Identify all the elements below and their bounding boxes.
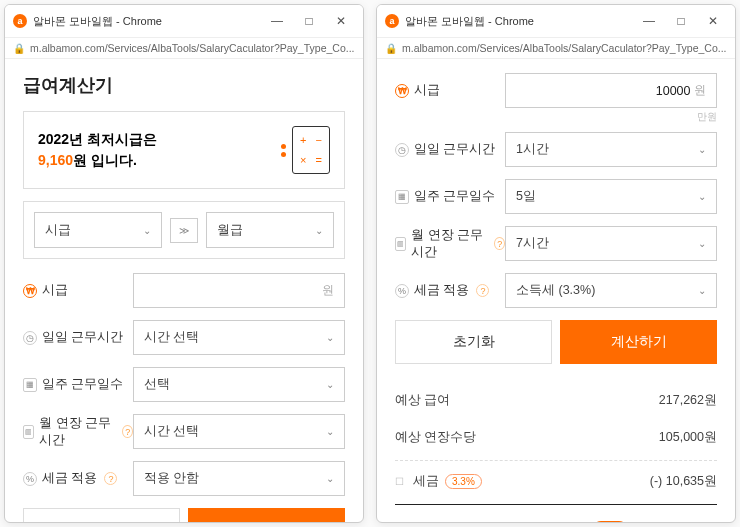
calculate-button[interactable]: 계산하기 — [560, 320, 717, 364]
won-icon: ₩ — [395, 84, 409, 98]
content-right: ₩ 시급 10000 원 만원 ◷ 일일 근무시간 1시간 ⌄ — [377, 59, 735, 522]
final-pay-type-badge: 월급 — [592, 521, 628, 523]
hourly-wage-input[interactable]: 원 — [133, 273, 345, 308]
daily-hours-label: ◷ 일일 근무시간 — [395, 141, 505, 158]
favicon-icon: a — [13, 14, 27, 28]
weekly-days-label: ▦ 일주 근무일수 — [395, 188, 505, 205]
tax-select[interactable]: 적용 안함 ⌄ — [133, 461, 345, 496]
window-left: a 알바몬 모바일웹 - Chrome — □ ✕ 🔒 m.albamon.co… — [4, 4, 364, 523]
tax-label: % 세금 적용 ? — [395, 282, 505, 299]
chevron-down-icon: ⌄ — [698, 144, 706, 155]
url-bar[interactable]: 🔒 m.albamon.com/Services/AlbaTools/Salar… — [5, 38, 363, 59]
page-title: 급여계산기 — [23, 73, 345, 97]
tax-label: % 세금 적용 ? — [23, 470, 133, 487]
close-button[interactable]: ✕ — [327, 11, 355, 31]
content-left: 급여계산기 2022년 최저시급은 9,160원 입니다. +−×= 시급 ⌄ … — [5, 59, 363, 522]
pay-type-from-select[interactable]: 시급 ⌄ — [34, 212, 162, 248]
weekly-days-select[interactable]: 선택 ⌄ — [133, 367, 345, 402]
chevron-down-icon: ⌄ — [326, 379, 334, 390]
won-icon: ₩ — [23, 284, 37, 298]
daily-hours-select[interactable]: 시간 선택 ⌄ — [133, 320, 345, 355]
reset-button[interactable]: 초기화 — [23, 508, 180, 522]
window-title: 알바몬 모바일웹 - Chrome — [33, 14, 263, 29]
titlebar: a 알바몬 모바일웹 - Chrome — □ ✕ — [377, 5, 735, 38]
chevron-down-icon: ⌄ — [326, 426, 334, 437]
overtime-icon: ▥ — [23, 425, 34, 439]
url-text: m.albamon.com/Services/AlbaTools/SalaryC… — [30, 42, 355, 54]
chevron-down-icon: ⌄ — [326, 473, 334, 484]
close-button[interactable]: ✕ — [699, 11, 727, 31]
maximize-button[interactable]: □ — [295, 11, 323, 31]
monthly-ot-label: ▥ 월 연장 근무시간 ? — [23, 415, 133, 449]
lock-icon: 🔒 — [13, 43, 25, 54]
chevron-down-icon: ⌄ — [315, 225, 323, 236]
pay-type-to-select[interactable]: 월급 ⌄ — [206, 212, 334, 248]
help-icon[interactable]: ? — [104, 472, 117, 485]
monthly-ot-select[interactable]: 시간 선택 ⌄ — [133, 414, 345, 449]
daily-hours-select[interactable]: 1시간 ⌄ — [505, 132, 717, 167]
results-panel: 예상 급여 217,262원 예상 연장수당 105,000원 ☐ 세금 3.3… — [395, 382, 717, 522]
chevron-down-icon: ⌄ — [698, 238, 706, 249]
help-icon[interactable]: ? — [122, 425, 133, 438]
tax-select[interactable]: 소득세 (3.3%) ⌄ — [505, 273, 717, 308]
min-wage-banner: 2022년 최저시급은 9,160원 입니다. +−×= — [23, 111, 345, 189]
salary-form: ₩ 시급 10000 원 만원 ◷ 일일 근무시간 1시간 ⌄ — [395, 73, 717, 308]
favicon-icon: a — [385, 14, 399, 28]
weekly-days-select[interactable]: 5일 ⌄ — [505, 179, 717, 214]
lock-icon: 🔒 — [385, 43, 397, 54]
calculator-icon: +−×= — [281, 126, 330, 174]
chevron-down-icon: ⌄ — [698, 285, 706, 296]
hourly-wage-label: ₩ 시급 — [23, 282, 133, 299]
calendar-icon: ▦ — [23, 378, 37, 392]
minimize-button[interactable]: — — [635, 11, 663, 31]
banner-text: 2022년 최저시급은 9,160원 입니다. — [38, 129, 157, 171]
salary-form: ₩ 시급 원 ◷ 일일 근무시간 시간 선택 ⌄ ▦ — [23, 273, 345, 496]
clock-icon: ◷ — [395, 143, 409, 157]
calculate-button[interactable]: 계산하기 — [188, 508, 345, 522]
arrow-right-icon: ≫ — [170, 218, 198, 243]
help-icon[interactable]: ? — [476, 284, 489, 297]
tax-icon: % — [395, 284, 409, 298]
check-icon: ☐ — [395, 476, 404, 487]
help-icon[interactable]: ? — [494, 237, 505, 250]
tax-rate-badge: 3.3% — [445, 474, 482, 489]
url-text: m.albamon.com/Services/AlbaTools/SalaryC… — [402, 42, 727, 54]
subunit-label: 만원 — [395, 110, 717, 124]
maximize-button[interactable]: □ — [667, 11, 695, 31]
hourly-wage-label: ₩ 시급 — [395, 82, 505, 99]
overtime-icon: ▥ — [395, 237, 406, 251]
calendar-icon: ▦ — [395, 190, 409, 204]
result-row-final: 최종 금액 월급 311,627 원 — [395, 504, 717, 522]
monthly-ot-label: ▥ 월 연장 근무시간 ? — [395, 227, 505, 261]
chevron-down-icon: ⌄ — [143, 225, 151, 236]
daily-hours-label: ◷ 일일 근무시간 — [23, 329, 133, 346]
tax-icon: % — [23, 472, 37, 486]
reset-button[interactable]: 초기화 — [395, 320, 552, 364]
url-bar[interactable]: 🔒 m.albamon.com/Services/AlbaTools/Salar… — [377, 38, 735, 59]
clock-icon: ◷ — [23, 331, 37, 345]
pay-type-converter: 시급 ⌄ ≫ 월급 ⌄ — [23, 201, 345, 259]
result-row-tax: ☐ 세금 3.3% (-) 10,635원 — [395, 460, 717, 500]
chevron-down-icon: ⌄ — [698, 191, 706, 202]
result-row-overtime-pay: 예상 연장수당 105,000원 — [395, 419, 717, 456]
window-right: a 알바몬 모바일웹 - Chrome — □ ✕ 🔒 m.albamon.co… — [376, 4, 736, 523]
titlebar: a 알바몬 모바일웹 - Chrome — □ ✕ — [5, 5, 363, 38]
hourly-wage-input[interactable]: 10000 원 — [505, 73, 717, 108]
minimize-button[interactable]: — — [263, 11, 291, 31]
chevron-down-icon: ⌄ — [326, 332, 334, 343]
window-title: 알바몬 모바일웹 - Chrome — [405, 14, 635, 29]
result-row-estimated-pay: 예상 급여 217,262원 — [395, 382, 717, 419]
monthly-ot-select[interactable]: 7시간 ⌄ — [505, 226, 717, 261]
weekly-days-label: ▦ 일주 근무일수 — [23, 376, 133, 393]
